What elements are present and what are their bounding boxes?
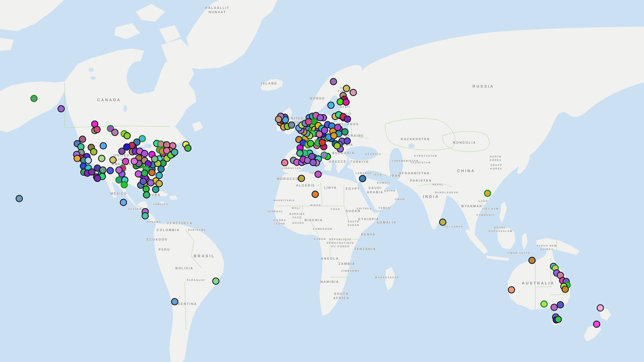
map-marker[interactable] [90, 148, 98, 155]
map-marker[interactable] [484, 190, 491, 197]
map-marker[interactable] [112, 129, 118, 136]
map-marker[interactable] [151, 155, 158, 163]
map-marker[interactable] [100, 167, 106, 174]
map-marker[interactable] [288, 122, 295, 129]
map-marker[interactable] [359, 175, 366, 182]
map-marker[interactable] [540, 301, 548, 308]
map-marker[interactable] [58, 105, 65, 112]
map-marker[interactable] [334, 124, 342, 131]
map-marker[interactable] [528, 257, 536, 264]
world-map[interactable]: KALAALLIT NUNAATCANADAUNITED STATES OF A… [0, 0, 644, 362]
map-marker[interactable] [330, 78, 337, 85]
map-marker[interactable] [330, 132, 338, 139]
map-marker[interactable] [74, 155, 81, 162]
map-marker[interactable] [124, 132, 131, 139]
map-marker[interactable] [557, 301, 564, 309]
map-marker[interactable] [439, 219, 446, 226]
map-marker[interactable] [98, 155, 106, 162]
map-marker[interactable] [310, 159, 317, 166]
map-marker[interactable] [314, 171, 322, 178]
map-marker[interactable] [140, 178, 147, 185]
map-marker[interactable] [143, 191, 150, 199]
map-marker[interactable] [319, 139, 326, 146]
map-marker[interactable] [120, 199, 127, 206]
map-marker[interactable] [597, 304, 604, 312]
map-marker[interactable] [212, 278, 220, 285]
map-marker[interactable] [593, 321, 600, 328]
map-marker[interactable] [121, 181, 128, 188]
map-marker[interactable] [147, 179, 154, 187]
map-marker[interactable] [298, 175, 305, 182]
map-marker[interactable] [122, 158, 129, 165]
map-marker[interactable] [171, 298, 178, 305]
map-marker[interactable] [94, 126, 101, 133]
map-marker[interactable] [148, 169, 156, 176]
map-marker[interactable] [344, 137, 351, 145]
map-marker[interactable] [281, 159, 288, 166]
map-marker[interactable] [156, 180, 163, 187]
map-marker[interactable] [343, 85, 350, 92]
map-marker[interactable] [116, 167, 123, 174]
map-marker[interactable] [508, 286, 515, 294]
map-marker[interactable] [107, 167, 114, 174]
map-marker[interactable] [142, 212, 149, 220]
map-marker[interactable] [141, 150, 148, 157]
map-marker[interactable] [85, 157, 92, 164]
map-marker[interactable] [123, 143, 130, 151]
map-marker[interactable] [16, 195, 23, 202]
map-marker[interactable] [344, 116, 351, 123]
map-marker[interactable] [342, 128, 348, 136]
map-marker[interactable] [94, 175, 101, 182]
map-marker[interactable] [100, 142, 107, 149]
map-marker[interactable] [342, 99, 350, 106]
map-marker[interactable] [141, 170, 148, 177]
map-marker[interactable] [110, 156, 117, 164]
map-marker[interactable] [135, 170, 142, 178]
map-marker[interactable] [321, 127, 328, 134]
map-marker[interactable] [184, 145, 192, 152]
map-marker[interactable] [30, 95, 38, 102]
map-marker[interactable] [350, 89, 357, 96]
map-marker[interactable] [328, 102, 334, 109]
map-marker[interactable] [275, 116, 282, 123]
map-marker[interactable] [562, 286, 569, 293]
map-marker[interactable] [334, 142, 341, 149]
map-marker[interactable] [131, 158, 138, 165]
map-marker[interactable] [171, 149, 178, 156]
map-marker[interactable] [312, 191, 319, 198]
map-marker[interactable] [555, 316, 562, 323]
